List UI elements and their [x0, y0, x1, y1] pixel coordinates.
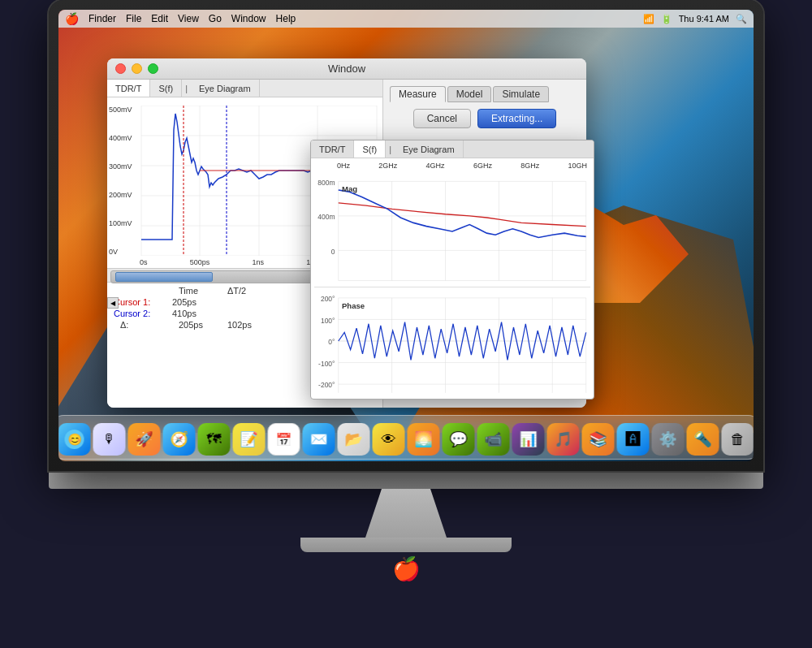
menu-edit[interactable]: Edit — [151, 13, 168, 24]
dock-icon-files1[interactable]: 📂 — [338, 423, 370, 456]
imac-screen: 🍎 Finder File Edit View Go Window Help 📶… — [58, 10, 754, 461]
dock-icon-mail[interactable]: ✉️ — [303, 423, 335, 456]
dock-icon-messages[interactable]: 💬 — [443, 423, 475, 456]
delta-time: 205ps — [179, 320, 227, 330]
svg-text:Mag: Mag — [342, 184, 357, 193]
svg-text:0°: 0° — [328, 338, 335, 346]
menu-battery: 🔋 — [661, 14, 672, 24]
sf-chart-area: 800m 400m 0 Mag — [314, 171, 590, 400]
sf-chart-container: 0Hz 2GHz 4GHz 6GHz 8GHz 10GH — [311, 158, 594, 399]
y-label-200mv: 200mV — [109, 191, 132, 199]
cursor-collapse-button[interactable]: ◀ — [107, 297, 119, 309]
sf-x-4ghz: 4GHz — [426, 162, 445, 170]
dock-icon-launchpad[interactable]: 🚀 — [128, 423, 161, 456]
cursor-1-label: Cursor 1: — [114, 297, 172, 307]
menu-finder[interactable]: Finder — [89, 13, 116, 24]
tab-simulate[interactable]: Simulate — [493, 86, 549, 102]
sf-tab-tdr[interactable]: TDR/T — [311, 140, 354, 158]
col-header-dt: ΔT/2 — [227, 286, 276, 296]
window-title: Window — [328, 63, 365, 75]
right-tabs: Measure Model Simulate — [390, 86, 580, 102]
apple-logo: 🍎 — [392, 555, 421, 582]
delta-label: Δ: — [120, 320, 179, 330]
apple-menu[interactable]: 🍎 — [65, 12, 79, 25]
tab-eyediagram-left[interactable]: Eye Diagram — [191, 80, 260, 97]
sf-phase-svg: 200° 100° 0° -100° -200° Phase — [314, 287, 590, 400]
menu-items: Finder File Edit View Go Window Help — [89, 13, 296, 24]
dock-icon-maps[interactable]: 🗺 — [198, 423, 231, 456]
tab-tdr[interactable]: TDR/T — [107, 80, 150, 97]
svg-text:800m: 800m — [317, 179, 335, 187]
dock-icon-ibooks[interactable]: 📚 — [582, 423, 615, 456]
menu-search[interactable]: 🔍 — [736, 14, 747, 24]
cancel-button[interactable]: Cancel — [413, 109, 471, 128]
minimize-button[interactable] — [132, 63, 142, 74]
dock-icon-itunes[interactable]: 🎵 — [547, 423, 580, 456]
sf-phase-section: 200° 100° 0° -100° -200° Phase — [314, 287, 590, 400]
imac-container: 🍎 Finder File Edit View Go Window Help 📶… — [41, 0, 771, 648]
tab-measure[interactable]: Measure — [390, 86, 446, 102]
dock-icon-photos[interactable]: 🌅 — [408, 423, 440, 456]
sf-mag-section: 800m 400m 0 Mag — [314, 171, 590, 287]
dock-icon-facetime[interactable]: 📹 — [477, 423, 510, 456]
menu-time: Thu 9:41 AM — [679, 14, 729, 24]
sf-x-6ghz: 6GHz — [473, 162, 492, 170]
screen-bezel: 🍎 Finder File Edit View Go Window Help 📶… — [49, 0, 763, 471]
delta-dt2: 102ps — [227, 320, 276, 330]
tab-separator-line: | — [182, 80, 191, 97]
y-label-500mv: 500mV — [109, 106, 132, 114]
tab-sf-left[interactable]: S(f) — [150, 80, 182, 97]
menu-go[interactable]: Go — [209, 13, 222, 24]
sf-x-0hz: 0Hz — [337, 162, 350, 170]
dock-icon-notes[interactable]: 📝 — [233, 423, 266, 456]
imac-stand-base — [300, 538, 512, 552]
svg-text:0: 0 — [331, 248, 335, 256]
svg-text:-200°: -200° — [318, 381, 335, 389]
sf-tab-sf[interactable]: S(f) — [354, 140, 386, 158]
svg-text:-100°: -100° — [318, 359, 335, 367]
imac-stand-neck — [365, 489, 447, 538]
svg-text:Phase: Phase — [342, 300, 365, 309]
button-row: Cancel Extracting... — [390, 109, 580, 128]
col-header-time: Time — [179, 286, 227, 296]
sf-tab-sep: | — [386, 140, 395, 158]
menu-file[interactable]: File — [126, 13, 141, 24]
dock-icon-numbers[interactable]: 📊 — [512, 423, 545, 456]
dock-icon-appstore[interactable]: 🅰 — [617, 423, 650, 456]
cursor-scroll-thumb[interactable] — [115, 272, 213, 282]
maximize-button[interactable] — [148, 63, 158, 74]
dock-icon-safari[interactable]: 🧭 — [163, 423, 196, 456]
dock: 😊 🎙 🚀 🧭 🗺 📝 — [58, 415, 754, 460]
extracting-button[interactable]: Extracting... — [477, 109, 556, 128]
dock-icon-spotlight[interactable]: 🔦 — [687, 423, 719, 456]
dock-icon-trash[interactable]: 🗑 — [722, 423, 754, 456]
sf-tab-bar: TDR/T S(f) | Eye Diagram — [311, 140, 594, 158]
menu-wifi: 📶 — [643, 14, 654, 24]
sf-x-8ghz: 8GHz — [520, 162, 539, 170]
close-button[interactable] — [115, 63, 126, 74]
menu-bar: 🍎 Finder File Edit View Go Window Help 📶… — [58, 10, 754, 28]
dock-icon-finder[interactable]: 😊 — [58, 423, 91, 456]
menu-help[interactable]: Help — [276, 13, 296, 24]
sf-tab-eye[interactable]: Eye Diagram — [395, 140, 464, 158]
desktop-background: 🍎 Finder File Edit View Go Window Help 📶… — [58, 10, 754, 461]
sf-mag-svg: 800m 400m 0 Mag — [314, 171, 590, 287]
menu-view[interactable]: View — [178, 13, 199, 24]
menu-window[interactable]: Window — [231, 13, 266, 24]
svg-text:😊: 😊 — [67, 433, 82, 447]
svg-text:400m: 400m — [317, 213, 335, 221]
y-label-300mv: 300mV — [109, 162, 132, 171]
cursor-1-time: 205ps — [172, 297, 221, 307]
dock-icon-preview[interactable]: 👁 — [373, 423, 405, 456]
y-label-400mv: 400mV — [109, 134, 132, 142]
left-tab-bar: TDR/T S(f) | Eye Diagram — [107, 80, 382, 97]
x-label-500ps: 500ps — [190, 258, 210, 266]
tab-model[interactable]: Model — [447, 86, 492, 102]
dock-icon-calendar[interactable]: 📅 — [268, 423, 300, 456]
sf-window: TDR/T S(f) | Eye Diagram 0Hz 2GHz 4GHz 6… — [310, 140, 594, 400]
y-label-100mv: 100mV — [109, 219, 132, 227]
dock-icon-sysprefs[interactable]: ⚙️ — [652, 423, 685, 456]
svg-text:100°: 100° — [321, 316, 335, 324]
dock-icon-siri[interactable]: 🎙 — [93, 423, 126, 456]
sf-x-10ghz: 10GH — [568, 162, 587, 170]
